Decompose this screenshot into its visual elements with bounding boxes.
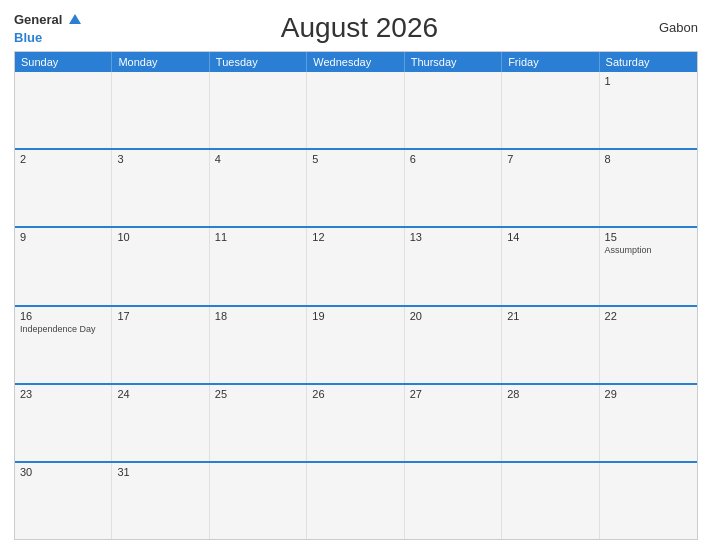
day-number: 10: [117, 231, 203, 243]
calendar-grid: SundayMondayTuesdayWednesdayThursdayFrid…: [14, 51, 698, 540]
day-cell: 28: [502, 385, 599, 461]
day-number: 9: [20, 231, 106, 243]
day-number: 19: [312, 310, 398, 322]
logo: General Blue: [14, 10, 81, 45]
day-cell: 24: [112, 385, 209, 461]
week-row-1: 2345678: [15, 148, 697, 226]
day-cell: 1: [600, 72, 697, 148]
day-number: 24: [117, 388, 203, 400]
day-number: 13: [410, 231, 496, 243]
day-cell: 11: [210, 228, 307, 304]
logo-general-text: General: [14, 12, 62, 27]
day-cell: 8: [600, 150, 697, 226]
day-number: 16: [20, 310, 106, 322]
day-cell: 5: [307, 150, 404, 226]
day-number: 8: [605, 153, 692, 165]
day-number: 17: [117, 310, 203, 322]
day-cell: 23: [15, 385, 112, 461]
day-cell: [210, 463, 307, 539]
day-number: 15: [605, 231, 692, 243]
day-cell: 16Independence Day: [15, 307, 112, 383]
day-cell: 4: [210, 150, 307, 226]
day-cell: 9: [15, 228, 112, 304]
day-header-friday: Friday: [502, 52, 599, 72]
day-number: 7: [507, 153, 593, 165]
day-number: 25: [215, 388, 301, 400]
calendar-title: August 2026: [81, 12, 638, 44]
day-number: 20: [410, 310, 496, 322]
day-number: 28: [507, 388, 593, 400]
day-number: 31: [117, 466, 203, 478]
day-number: 4: [215, 153, 301, 165]
day-cell: [210, 72, 307, 148]
day-cell: 14: [502, 228, 599, 304]
day-cell: 12: [307, 228, 404, 304]
day-number: 2: [20, 153, 106, 165]
day-number: 3: [117, 153, 203, 165]
day-cell: [405, 463, 502, 539]
weeks-container: 123456789101112131415Assumption16Indepen…: [15, 72, 697, 539]
day-header-saturday: Saturday: [600, 52, 697, 72]
week-row-2: 9101112131415Assumption: [15, 226, 697, 304]
day-event: Assumption: [605, 245, 692, 256]
logo-triangle-icon: [69, 14, 81, 24]
day-header-wednesday: Wednesday: [307, 52, 404, 72]
day-cell: 7: [502, 150, 599, 226]
day-number: 14: [507, 231, 593, 243]
week-row-0: 1: [15, 72, 697, 148]
day-cell: 21: [502, 307, 599, 383]
day-cell: 25: [210, 385, 307, 461]
header: General Blue August 2026 Gabon: [14, 10, 698, 45]
day-cell: [307, 463, 404, 539]
day-cell: 17: [112, 307, 209, 383]
day-number: 18: [215, 310, 301, 322]
day-cell: 22: [600, 307, 697, 383]
day-event: Independence Day: [20, 324, 106, 335]
day-number: 6: [410, 153, 496, 165]
day-cell: [502, 463, 599, 539]
day-cell: [112, 72, 209, 148]
day-number: 21: [507, 310, 593, 322]
day-number: 23: [20, 388, 106, 400]
day-cell: [502, 72, 599, 148]
day-cell: [405, 72, 502, 148]
day-cell: 29: [600, 385, 697, 461]
day-cell: 10: [112, 228, 209, 304]
day-header-monday: Monday: [112, 52, 209, 72]
day-number: 27: [410, 388, 496, 400]
day-cell: 19: [307, 307, 404, 383]
day-cell: 3: [112, 150, 209, 226]
day-cell: [307, 72, 404, 148]
week-row-5: 3031: [15, 461, 697, 539]
week-row-4: 23242526272829: [15, 383, 697, 461]
day-cell: 30: [15, 463, 112, 539]
day-cell: 18: [210, 307, 307, 383]
day-cell: 2: [15, 150, 112, 226]
day-number: 22: [605, 310, 692, 322]
day-number: 12: [312, 231, 398, 243]
logo-general-line: General: [14, 10, 81, 28]
day-cell: [600, 463, 697, 539]
day-cell: 13: [405, 228, 502, 304]
day-cell: 15Assumption: [600, 228, 697, 304]
day-headers-row: SundayMondayTuesdayWednesdayThursdayFrid…: [15, 52, 697, 72]
day-cell: 31: [112, 463, 209, 539]
day-number: 26: [312, 388, 398, 400]
day-header-sunday: Sunday: [15, 52, 112, 72]
day-number: 1: [605, 75, 692, 87]
logo-blue-text: Blue: [14, 30, 42, 45]
day-number: 5: [312, 153, 398, 165]
day-cell: [15, 72, 112, 148]
day-cell: 27: [405, 385, 502, 461]
calendar-page: General Blue August 2026 Gabon SundayMon…: [0, 0, 712, 550]
day-number: 11: [215, 231, 301, 243]
day-cell: 6: [405, 150, 502, 226]
week-row-3: 16Independence Day171819202122: [15, 305, 697, 383]
day-number: 30: [20, 466, 106, 478]
country-label: Gabon: [638, 20, 698, 35]
day-header-thursday: Thursday: [405, 52, 502, 72]
day-cell: 20: [405, 307, 502, 383]
day-number: 29: [605, 388, 692, 400]
day-cell: 26: [307, 385, 404, 461]
day-header-tuesday: Tuesday: [210, 52, 307, 72]
